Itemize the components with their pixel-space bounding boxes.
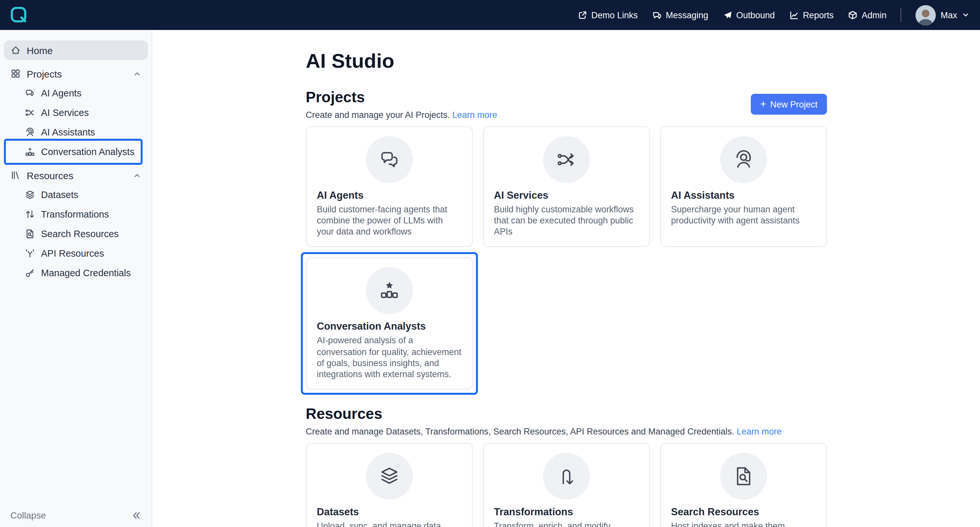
topbar: Demo Links Messaging Outbound Reports (0, 0, 980, 30)
chevron-down-icon (962, 11, 970, 19)
sidebar-item-label: Conversation Analysts (41, 146, 134, 157)
flow-icon (25, 107, 35, 118)
resources-subtitle-text: Create and manage Datasets, Transformati… (306, 427, 734, 436)
resources-subtitle: Create and manage Datasets, Transformati… (306, 427, 782, 436)
card-search-resources[interactable]: Search Resources Host indexes and make t… (660, 443, 827, 527)
projects-card-grid: AI Agents Build customer-facing agents t… (306, 126, 827, 390)
key-icon (25, 268, 35, 278)
library-icon (10, 170, 21, 180)
sidebar-item-label: Datasets (41, 189, 78, 200)
nav-label: Reports (803, 10, 834, 20)
chat-icon (25, 88, 35, 99)
chat-icon (652, 10, 662, 20)
double-chevron-left-icon (132, 510, 141, 520)
card-description: AI-powered analysis of a conversation fo… (317, 335, 461, 380)
top-navigation: Demo Links Messaging Outbound Reports (578, 5, 970, 25)
card-title: AI Agents (317, 189, 461, 201)
sidebar-item-search-resources[interactable]: Search Resources (4, 224, 148, 244)
app-logo[interactable] (10, 6, 27, 24)
sidebar-item-label: Resources (27, 170, 73, 181)
sidebar-item-api-resources[interactable]: API Resources (4, 244, 148, 263)
card-title: Transformations (494, 506, 638, 518)
plus-icon: + (760, 99, 767, 110)
nav-outbound[interactable]: Outbound (722, 10, 775, 20)
nav-label: Demo Links (591, 10, 638, 20)
nav-label: Admin (861, 10, 886, 20)
sidebar-collapse-button[interactable]: Collapse (0, 510, 152, 521)
projects-subtitle-text: Create and manage your AI Projects. (306, 110, 450, 120)
sidebar-item-label: API Resources (41, 248, 104, 259)
main-content: AI Studio Projects Create and manage you… (153, 30, 980, 527)
chevron-up-icon (133, 171, 141, 180)
sidebar-item-label: AI Assistants (41, 127, 95, 137)
projects-heading: Projects (306, 89, 497, 106)
sidebar-item-home[interactable]: Home (4, 40, 148, 60)
sidebar-item-ai-assistants[interactable]: AI Assistants (4, 123, 148, 142)
new-project-button[interactable]: + New Project (751, 94, 827, 115)
sidebar-item-label: Home (27, 45, 53, 56)
grid-icon (10, 68, 21, 79)
nav-admin[interactable]: Admin (848, 10, 886, 20)
card-description: Upload, sync, and manage data (317, 521, 461, 527)
card-title: Datasets (317, 506, 461, 518)
card-ai-services[interactable]: AI Services Build highly customizable wo… (483, 126, 649, 247)
api-icon (25, 248, 35, 259)
paper-plane-icon (722, 10, 732, 20)
projects-learn-more-link[interactable]: Learn more (452, 110, 497, 120)
external-link-icon (578, 10, 587, 20)
card-conversation-analysts[interactable]: Conversation Analysts AI-powered analysi… (306, 258, 473, 390)
sidebar-item-projects[interactable]: Projects (4, 64, 148, 83)
doc-search-icon (25, 229, 35, 239)
arrows-icon (25, 209, 35, 220)
divider (901, 8, 902, 22)
sidebar-item-resources[interactable]: Resources (4, 166, 148, 185)
nav-messaging[interactable]: Messaging (652, 10, 708, 20)
home-icon (10, 45, 21, 56)
cube-icon (848, 10, 858, 20)
card-title: AI Services (494, 189, 638, 201)
collapse-label: Collapse (10, 510, 46, 521)
sidebar-item-managed-credentials[interactable]: Managed Credentials (4, 263, 148, 283)
chat-bubbles-icon (366, 136, 412, 183)
sidebar-item-label: Transformations (41, 209, 109, 220)
card-title: Search Resources (671, 506, 816, 518)
sidebar-item-label: Projects (27, 68, 62, 79)
app-shell: Home Projects AI Agents (0, 30, 980, 527)
card-title: AI Assistants (671, 189, 816, 201)
resources-learn-more-link[interactable]: Learn more (737, 427, 782, 436)
sidebar: Home Projects AI Agents (0, 30, 153, 527)
user-name: Max (940, 10, 957, 20)
nav-demo-links[interactable]: Demo Links (578, 10, 638, 20)
sidebar-item-datasets[interactable]: Datasets (4, 185, 148, 205)
chart-icon (789, 10, 799, 20)
card-description: Transform, enrich, and modify (494, 521, 638, 527)
sidebar-item-transformations[interactable]: Transformations (4, 205, 148, 224)
nav-reports[interactable]: Reports (789, 10, 834, 20)
flow-icon (543, 136, 590, 183)
u-turn-arrow-icon (543, 453, 590, 500)
nav-label: Messaging (666, 10, 708, 20)
sidebar-item-conversation-analysts[interactable]: Conversation Analysts (4, 142, 148, 162)
card-description: Build highly customizable workflows that… (494, 204, 638, 237)
app: Demo Links Messaging Outbound Reports (0, 0, 980, 527)
card-ai-assistants[interactable]: AI Assistants Supercharge your human age… (660, 126, 827, 247)
sidebar-item-ai-services[interactable]: AI Services (4, 103, 148, 123)
nav-label: Outbound (736, 10, 775, 20)
user-menu[interactable]: Max (916, 5, 970, 25)
card-datasets[interactable]: Datasets Upload, sync, and manage data (306, 443, 473, 527)
sidebar-item-label: Managed Credentials (41, 268, 131, 278)
sidebar-item-ai-agents[interactable]: AI Agents (4, 83, 148, 103)
card-description: Supercharge your human agent productivit… (671, 204, 816, 226)
doc-search-icon (720, 453, 767, 500)
card-ai-agents[interactable]: AI Agents Build customer-facing agents t… (306, 126, 473, 247)
sidebar-item-label: Search Resources (41, 229, 119, 239)
page-title: AI Studio (306, 49, 827, 73)
star-podium-icon (366, 267, 412, 314)
card-transformations[interactable]: Transformations Transform, enrich, and m… (483, 443, 649, 527)
resources-section: Resources Create and manage Datasets, Tr… (306, 405, 827, 527)
headset-icon (720, 136, 767, 183)
chevron-up-icon (133, 69, 141, 78)
projects-subtitle: Create and manage your AI Projects. Lear… (306, 110, 497, 120)
card-description: Host indexes and make them (671, 521, 816, 527)
podium-icon (25, 146, 35, 157)
